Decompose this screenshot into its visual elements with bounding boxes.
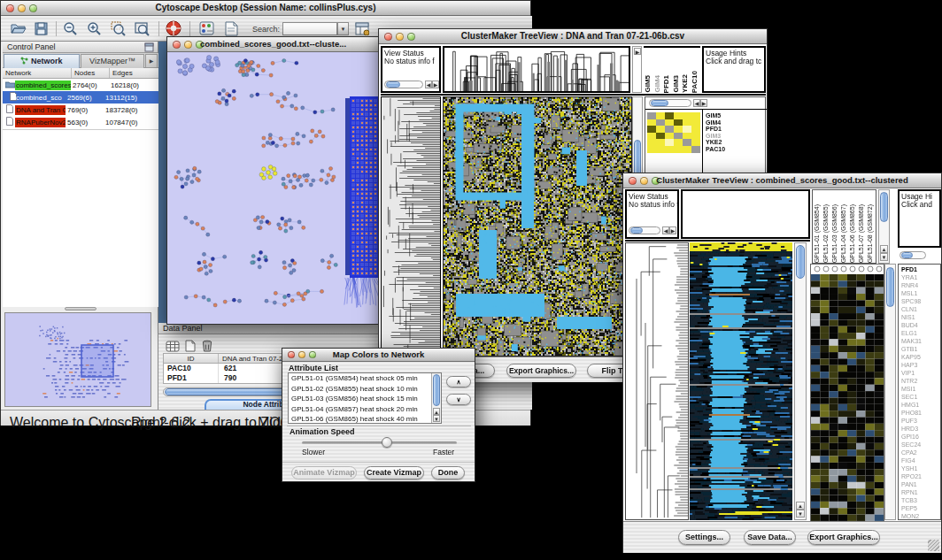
open-session-icon[interactable]: [10, 19, 27, 37]
network-row[interactable]: combined_sco2569(6)13112(15): [3, 91, 158, 104]
tv2-zoom-vscrollbar[interactable]: [884, 264, 896, 520]
zoom-selected-icon[interactable]: [109, 19, 127, 37]
scroll-down-button[interactable]: ▼: [796, 510, 805, 518]
matrix-cell[interactable]: [665, 126, 674, 133]
network-canvas[interactable]: [167, 52, 379, 324]
tv2-column-label[interactable]: GPL51-04 (GSM857): [839, 204, 848, 263]
matrix-cell[interactable]: [683, 126, 691, 133]
birdseye-view-canvas[interactable]: [5, 313, 151, 406]
scroll-right-button[interactable]: ▶: [700, 99, 707, 107]
network-row[interactable]: DNA and Tran 07769(0)183728(0): [3, 104, 158, 116]
network-name[interactable]: DNA and Tran 07: [15, 105, 66, 115]
matrix-cell[interactable]: [674, 139, 683, 146]
tv1-zoom-row-label[interactable]: GIM4: [706, 119, 764, 127]
tv1-column-label[interactable]: GIM3: [672, 75, 682, 93]
attribute-list-scrollbar[interactable]: ▲ ▼: [431, 373, 441, 423]
resize-grip[interactable]: [928, 540, 939, 551]
tv2-heatmap-canvas[interactable]: [690, 242, 792, 520]
network-tree-area[interactable]: [3, 129, 158, 307]
matrix-cell[interactable]: [647, 119, 656, 127]
gene-label[interactable]: PFD1: [901, 265, 940, 273]
tv1-zoom-row-label[interactable]: PAC10: [706, 146, 764, 153]
gene-label[interactable]: SPC98: [901, 297, 940, 305]
help-lifering-icon[interactable]: [165, 19, 182, 37]
gene-label[interactable]: PHO81: [901, 409, 940, 417]
attribute-listbox[interactable]: GPL51-01 (GSM854) heat shock 05 minGPL51…: [288, 372, 442, 424]
tv2-vscrollbar[interactable]: ▲ ▼: [794, 242, 807, 520]
slider-thumb[interactable]: [382, 437, 392, 448]
tv2-column-label[interactable]: GPL51-02 (GSM855): [822, 204, 830, 263]
vizmapper-icon[interactable]: [197, 19, 215, 37]
tv2-save-data-button[interactable]: Save Data...: [744, 530, 796, 545]
col-edges[interactable]: Edges: [110, 68, 156, 78]
network-row[interactable]: RNAPuberNov2+I563(0)107847(0): [3, 116, 158, 128]
matrix-cell[interactable]: [683, 112, 691, 119]
scroll-right-button[interactable]: ▶: [669, 226, 676, 234]
scroll-down-button[interactable]: ▼: [433, 415, 440, 422]
tv2-zoom-heatmap-canvas[interactable]: [810, 264, 884, 522]
scroll-right-button[interactable]: ▶: [634, 48, 641, 55]
matrix-cell[interactable]: [647, 133, 656, 140]
matrix-cell[interactable]: [691, 139, 700, 146]
gene-label[interactable]: MAK31: [901, 337, 940, 345]
treeview1-titlebar[interactable]: ClusterMaker TreeView : DNA and Tran 07-…: [379, 29, 767, 44]
tv2-export-graphics-button[interactable]: Export Graphics...: [807, 530, 880, 545]
tv2-usage-hscroll-thumb[interactable]: [901, 252, 913, 258]
matrix-cell[interactable]: [656, 126, 665, 133]
gene-label[interactable]: BUD4: [901, 321, 940, 329]
gene-label[interactable]: HAP3: [901, 361, 940, 369]
attribute-list-scroll-thumb[interactable]: [433, 374, 440, 406]
gene-label[interactable]: TCB3: [901, 496, 940, 504]
matrix-cell[interactable]: [647, 146, 656, 153]
tv1-zoom-matrix[interactable]: [647, 112, 700, 153]
tv1-column-label[interactable]: YKE2: [681, 74, 691, 93]
attribute-list-item[interactable]: GPL51-06 (GSM865) heat shock 40 min: [289, 414, 441, 424]
network-row[interactable]: combined_scores2764(0)16218(0): [3, 79, 158, 91]
matrix-cell[interactable]: [683, 146, 691, 153]
matrix-cell[interactable]: [691, 133, 700, 140]
tv2-usage-hscrollbar[interactable]: [900, 251, 926, 259]
gene-label[interactable]: GTB1: [901, 345, 940, 353]
matrix-cell[interactable]: [665, 133, 674, 140]
zoom-in-icon[interactable]: [85, 19, 103, 37]
tv1-zoom-row-label[interactable]: GIM3: [706, 133, 764, 140]
tv1-zoom-row-label[interactable]: YKE2: [706, 139, 764, 146]
gene-label[interactable]: MSI1: [901, 385, 940, 393]
col-network[interactable]: Network: [3, 68, 72, 78]
matrix-cell[interactable]: [656, 146, 665, 153]
scroll-right-button[interactable]: ▶: [432, 81, 439, 88]
matrix-cell[interactable]: [647, 139, 656, 146]
scroll-up-button[interactable]: ▲: [796, 502, 805, 510]
tv1-export-graphics-button[interactable]: Export Graphics...: [506, 364, 576, 378]
panel-split-handle[interactable]: [65, 307, 97, 311]
attribute-list-item[interactable]: GPL51-01 (GSM854) heat shock 05 min: [289, 373, 441, 384]
matrix-cell[interactable]: [691, 112, 700, 119]
zoom-out-icon[interactable]: [61, 19, 79, 37]
gene-label[interactable]: NTR2: [901, 377, 940, 385]
matrix-cell[interactable]: [656, 133, 665, 140]
tv2-column-label[interactable]: GPL51-06 (GSM865): [848, 204, 857, 263]
scroll-up-button[interactable]: ▲: [880, 245, 888, 253]
tv2-column-label[interactable]: GPL51-03 (GSM856): [830, 204, 839, 263]
gene-label[interactable]: MSL1: [901, 289, 940, 297]
attribute-table-icon[interactable]: [353, 19, 371, 37]
matrix-cell[interactable]: [665, 146, 674, 153]
animate-vizmap-button[interactable]: Animate Vizmap: [291, 466, 357, 479]
scroll-left-button[interactable]: ◀: [662, 226, 669, 234]
matrix-cell[interactable]: [683, 133, 691, 140]
new-attribute-icon[interactable]: [181, 337, 199, 355]
tv1-zoom-hscroll-thumb[interactable]: [651, 100, 668, 106]
gene-label[interactable]: KAP95: [901, 353, 940, 361]
tv2-row-dendrogram-canvas[interactable]: [626, 243, 688, 519]
gene-label[interactable]: RNR4: [901, 281, 940, 289]
move-down-button[interactable]: ∨: [446, 394, 471, 405]
network-name[interactable]: RNAPuberNov2+I: [15, 118, 66, 127]
col-nodes[interactable]: Nodes: [72, 68, 110, 78]
tv2-column-label[interactable]: GPL51-08 (GSM872): [866, 204, 875, 263]
gene-label[interactable]: CLN1: [901, 305, 940, 313]
tv1-zoom-row-label[interactable]: GIM5: [706, 112, 764, 119]
matrix-cell[interactable]: [674, 112, 683, 119]
network-name[interactable]: combined_scores: [15, 81, 71, 90]
tv1-zoom-row-label[interactable]: PFD1: [706, 126, 764, 133]
animation-speed-slider[interactable]: [302, 441, 457, 444]
